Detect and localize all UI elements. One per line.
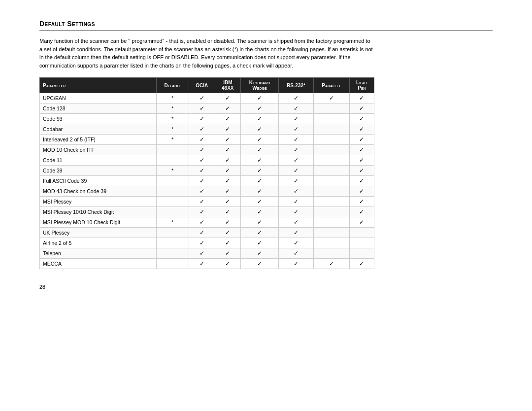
param-value-cell: ✓	[189, 155, 215, 166]
param-value-cell: ✓	[189, 145, 215, 155]
param-value-cell: ✓	[240, 248, 278, 259]
col-header-ocia: OCIA	[189, 78, 215, 93]
param-value-cell: ✓	[240, 186, 278, 197]
param-value-cell: ✓	[189, 166, 215, 176]
param-value-cell: ✓	[189, 228, 215, 238]
param-value-cell	[157, 238, 189, 248]
param-value-cell	[313, 228, 349, 238]
param-value-cell	[313, 103, 349, 114]
param-value-cell: ✓	[240, 155, 278, 166]
param-value-cell: ✓	[279, 217, 314, 228]
page-container: Default Settings Many function of the sc…	[39, 20, 493, 290]
table-row: UK Plessey✓✓✓✓	[40, 228, 374, 238]
param-value-cell: ✓	[215, 197, 240, 207]
param-value-cell: ✓	[215, 248, 240, 259]
param-value-cell: ✓	[349, 166, 374, 176]
param-value-cell	[313, 114, 349, 124]
col-header-rs232: RS-232*	[279, 78, 314, 93]
param-value-cell: ✓	[189, 248, 215, 259]
param-value-cell	[313, 124, 349, 135]
param-value-cell: ✓	[215, 103, 240, 114]
param-value-cell: ✓	[240, 238, 278, 248]
param-value-cell: ✓	[240, 114, 278, 124]
param-value-cell	[157, 186, 189, 197]
param-value-cell: ✓	[240, 166, 278, 176]
param-value-cell: ✓	[240, 207, 278, 217]
param-name-cell: Interleaved 2 of 5 (ITF)	[40, 135, 157, 145]
param-name-cell: MECCA	[40, 259, 157, 269]
param-value-cell	[157, 259, 189, 269]
param-value-cell	[313, 166, 349, 176]
param-value-cell: ✓	[349, 124, 374, 135]
param-value-cell: ✓	[349, 145, 374, 155]
param-value-cell: ✓	[215, 228, 240, 238]
param-value-cell: ✓	[189, 176, 215, 186]
param-value-cell	[349, 228, 374, 238]
param-value-cell: ✓	[279, 207, 314, 217]
param-name-cell: MSI Plessey	[40, 197, 157, 207]
param-value-cell: ✓	[189, 124, 215, 135]
param-name-cell: UK Plessey	[40, 228, 157, 238]
col-header-default: Default	[157, 78, 189, 93]
table-row: Codabar*✓✓✓✓✓	[40, 124, 374, 135]
param-value-cell: ✓	[349, 217, 374, 228]
param-value-cell	[313, 176, 349, 186]
param-name-cell: Code 39	[40, 166, 157, 176]
param-value-cell: ✓	[215, 145, 240, 155]
param-value-cell: ✓	[215, 135, 240, 145]
table-row: Airline 2 of 5✓✓✓✓	[40, 238, 374, 248]
param-value-cell: ✓	[240, 176, 278, 186]
param-value-cell: ✓	[189, 238, 215, 248]
param-value-cell: ✓	[279, 228, 314, 238]
param-name-cell: Code 11	[40, 155, 157, 166]
param-value-cell: ✓	[279, 238, 314, 248]
param-value-cell: ✓	[349, 93, 374, 103]
table-row: Interleaved 2 of 5 (ITF)*✓✓✓✓✓	[40, 135, 374, 145]
param-value-cell: ✓	[349, 197, 374, 207]
param-name-cell: Airline 2 of 5	[40, 238, 157, 248]
param-value-cell: ✓	[215, 124, 240, 135]
col-header-parameter: Parameter	[40, 78, 157, 93]
param-value-cell: ✓	[215, 93, 240, 103]
param-value-cell: ✓	[279, 103, 314, 114]
param-name-cell: Codabar	[40, 124, 157, 135]
param-value-cell: ✓	[313, 93, 349, 103]
param-value-cell: ✓	[349, 155, 374, 166]
param-value-cell: ✓	[215, 207, 240, 217]
page-title: Default Settings	[39, 20, 493, 31]
page-number: 28	[39, 284, 493, 290]
param-value-cell: ✓	[279, 197, 314, 207]
param-value-cell: ✓	[240, 93, 278, 103]
param-value-cell	[313, 135, 349, 145]
param-value-cell: ✓	[349, 207, 374, 217]
param-value-cell: ✓	[279, 145, 314, 155]
param-value-cell	[313, 238, 349, 248]
param-value-cell	[313, 207, 349, 217]
param-value-cell	[313, 145, 349, 155]
table-row: MSI Plessey✓✓✓✓✓	[40, 197, 374, 207]
param-value-cell: ✓	[313, 259, 349, 269]
param-value-cell: ✓	[279, 186, 314, 197]
param-value-cell	[313, 155, 349, 166]
col-header-light-pen: LightPen	[349, 78, 374, 93]
param-value-cell: *	[157, 217, 189, 228]
param-name-cell: MOD 10 Check on ITF	[40, 145, 157, 155]
table-row: Telepen✓✓✓✓	[40, 248, 374, 259]
param-value-cell	[157, 176, 189, 186]
param-name-cell: UPC/EAN	[40, 93, 157, 103]
param-value-cell: ✓	[215, 238, 240, 248]
param-value-cell: ✓	[215, 259, 240, 269]
param-value-cell: ✓	[349, 186, 374, 197]
param-value-cell: ✓	[279, 93, 314, 103]
param-value-cell	[157, 248, 189, 259]
table-header-row: Parameter Default OCIA IBM46XX KeyboardW…	[40, 78, 374, 93]
param-value-cell: ✓	[240, 124, 278, 135]
param-value-cell	[157, 155, 189, 166]
col-header-keyboard-wedge: KeyboardWedge	[240, 78, 278, 93]
param-value-cell: ✓	[240, 217, 278, 228]
param-value-cell: ✓	[349, 103, 374, 114]
param-value-cell: ✓	[240, 197, 278, 207]
param-name-cell: MOD 43 Check on Code 39	[40, 186, 157, 197]
param-value-cell: ✓	[279, 124, 314, 135]
param-value-cell: ✓	[240, 145, 278, 155]
